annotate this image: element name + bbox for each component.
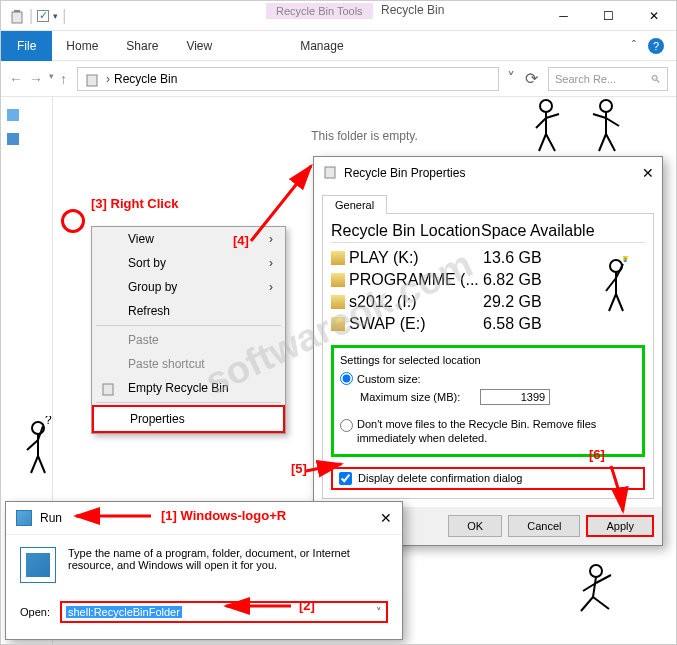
search-placeholder: Search Re... — [555, 73, 616, 85]
drive-row[interactable]: SWAP (E:)6.58 GB — [331, 313, 645, 335]
svg-line-14 — [606, 118, 619, 126]
dialog-title: Recycle Bin Properties — [344, 166, 465, 180]
svg-line-21 — [609, 294, 616, 311]
minimize-button[interactable]: ─ — [541, 1, 586, 31]
ctx-paste: Paste — [92, 328, 285, 352]
radio-input[interactable] — [340, 419, 353, 432]
close-button[interactable]: ✕ — [631, 1, 676, 31]
svg-line-7 — [536, 118, 546, 128]
annotation-3: [3] Right Click — [91, 196, 178, 211]
nav-back-icon[interactable]: ← — [9, 71, 23, 87]
svg-line-27 — [27, 440, 38, 450]
svg-rect-4 — [325, 167, 335, 178]
ctx-refresh[interactable]: Refresh — [92, 299, 285, 323]
close-button[interactable]: ✕ — [642, 165, 654, 181]
stick-figure: 💡 — [591, 256, 641, 316]
ctx-paste-shortcut: Paste shortcut — [92, 352, 285, 376]
refresh-icon[interactable]: ⟳ — [525, 69, 538, 88]
stick-figure — [571, 561, 621, 621]
checkbox-input[interactable] — [339, 472, 352, 485]
tab-home[interactable]: Home — [52, 34, 112, 58]
annotation-1: [1] Windows-logo+R — [161, 508, 286, 523]
run-icon — [16, 510, 32, 526]
address-bar: ← → ▾ ↑ › Recycle Bin ˅ ⟳ Search Re... 🔍… — [1, 61, 676, 97]
radio-dont-move[interactable]: Don't move files to the Recycle Bin. Rem… — [340, 415, 636, 448]
chevron-right-icon: › — [269, 280, 273, 294]
dialog-title: Run — [40, 511, 62, 525]
context-menu: View› Sort by› Group by› Refresh Paste P… — [91, 226, 286, 434]
divider-icon: | — [62, 7, 66, 25]
recycle-bin-icon — [9, 8, 25, 24]
annotation-4: [4] — [233, 233, 249, 248]
settings-title: Settings for selected location — [340, 354, 636, 366]
stick-figure: ? — [13, 416, 63, 476]
svg-point-31 — [590, 565, 602, 577]
svg-rect-2 — [87, 75, 97, 86]
svg-line-28 — [31, 456, 38, 473]
radio-input[interactable] — [340, 372, 353, 385]
svg-line-32 — [593, 577, 596, 597]
run-description: Type the name of a program, folder, docu… — [68, 547, 388, 583]
annotation-5: [5] — [291, 461, 307, 476]
file-tab[interactable]: File — [1, 31, 52, 61]
display-confirm-checkbox[interactable]: Display delete confirmation dialog — [331, 467, 645, 490]
sidebar-item[interactable] — [7, 105, 46, 125]
annotation-circle — [61, 209, 85, 233]
run-input-value: shell:RecycleBinFolder — [66, 606, 182, 618]
nav-dropdown-icon[interactable]: ▾ — [49, 71, 54, 87]
tab-share[interactable]: Share — [112, 34, 172, 58]
svg-line-19 — [606, 278, 616, 291]
ctx-sortby[interactable]: Sort by› — [92, 251, 285, 275]
svg-text:💡: 💡 — [619, 256, 632, 263]
search-input[interactable]: Search Re... 🔍︎ — [548, 67, 668, 91]
close-button[interactable]: ✕ — [380, 510, 392, 526]
recycle-bin-icon — [84, 71, 100, 87]
ok-button[interactable]: OK — [448, 515, 502, 537]
run-large-icon — [20, 547, 56, 583]
dropdown-icon[interactable]: ˅ — [376, 606, 382, 619]
search-icon: 🔍︎ — [650, 73, 661, 85]
nav-up-icon[interactable]: ↑ — [60, 71, 67, 87]
nav-forward-icon[interactable]: → — [29, 71, 43, 87]
tab-view[interactable]: View — [172, 34, 226, 58]
maximize-button[interactable]: ☐ — [586, 1, 631, 31]
stick-figure — [531, 96, 581, 156]
run-input[interactable]: shell:RecycleBinFolder ˅ — [60, 601, 388, 623]
svg-line-16 — [606, 134, 615, 151]
svg-line-15 — [599, 134, 606, 151]
tab-manage[interactable]: Manage — [286, 34, 357, 58]
help-icon[interactable]: ? — [648, 38, 664, 54]
cancel-button[interactable]: Cancel — [508, 515, 580, 537]
tool-header-title: Recycle Bin — [381, 3, 444, 17]
svg-text:?: ? — [45, 416, 52, 427]
checkbox-icon[interactable]: ✓ — [37, 10, 49, 22]
col-space: Space Available — [481, 222, 595, 240]
ctx-groupby[interactable]: Group by› — [92, 275, 285, 299]
drive-icon — [331, 317, 345, 331]
address-field[interactable]: › Recycle Bin — [77, 67, 499, 91]
dropdown-icon[interactable]: ▾ — [53, 11, 58, 21]
recycle-bin-icon — [100, 380, 116, 396]
breadcrumb[interactable]: Recycle Bin — [114, 72, 177, 86]
drive-icon — [331, 251, 345, 265]
col-location: Recycle Bin Location — [331, 222, 481, 240]
divider-icon: | — [29, 7, 33, 25]
radio-custom-size[interactable]: Custom size: — [340, 370, 636, 387]
apply-button[interactable]: Apply — [586, 515, 654, 537]
ctx-properties[interactable]: Properties — [92, 405, 285, 433]
ctx-view[interactable]: View› — [92, 227, 285, 251]
sidebar-item[interactable] — [7, 129, 46, 149]
svg-line-36 — [593, 597, 609, 609]
dialog-titlebar: Recycle Bin Properties ✕ — [314, 157, 662, 188]
max-size-input[interactable] — [480, 389, 550, 405]
addr-dropdown-icon[interactable]: ˅ — [507, 69, 515, 88]
ctx-empty-recycle-bin[interactable]: Empty Recycle Bin — [92, 376, 285, 400]
annotation-2: [2] — [299, 598, 315, 613]
svg-line-29 — [38, 456, 45, 473]
recycle-bin-icon — [322, 163, 338, 182]
breadcrumb-chevron-icon[interactable]: › — [106, 72, 110, 86]
svg-rect-0 — [12, 12, 22, 23]
chevron-up-icon[interactable]: ˆ — [632, 39, 636, 53]
tab-general[interactable]: General — [322, 195, 387, 214]
open-label: Open: — [20, 606, 50, 618]
